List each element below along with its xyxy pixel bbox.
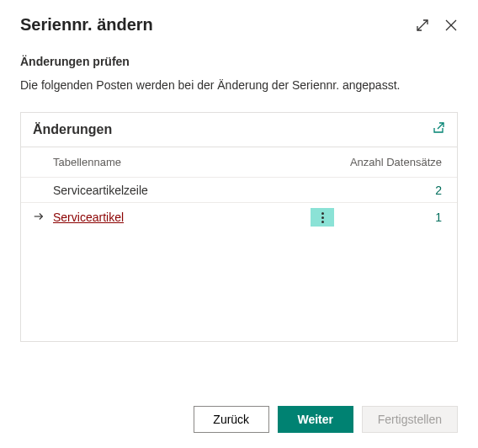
panel-title: Änderungen	[33, 122, 112, 137]
next-button[interactable]: Weiter	[278, 406, 353, 433]
expand-icon[interactable]	[416, 19, 429, 32]
cell-count[interactable]: 1	[336, 211, 445, 224]
finish-button: Fertigstellen	[362, 406, 458, 433]
dialog-title: Seriennr. ändern	[20, 15, 153, 35]
table-row[interactable]: Serviceartikelzeile 2	[21, 177, 457, 202]
table-header-row: Tabellenname Anzahl Datensätze	[21, 147, 457, 177]
description: Die folgenden Posten werden bei der Ände…	[20, 78, 458, 92]
row-menu-button[interactable]	[311, 208, 334, 227]
subtitle: Änderungen prüfen	[20, 55, 458, 68]
share-icon[interactable]	[432, 121, 445, 138]
changes-panel: Änderungen Tabellenname Anzahl Datensätz…	[20, 112, 458, 342]
column-header-name[interactable]: Tabellenname	[53, 156, 309, 168]
column-header-count[interactable]: Anzahl Datensätze	[336, 156, 445, 168]
table-row[interactable]: Serviceartikel 1	[21, 202, 457, 232]
cell-name: Serviceartikelzeile	[53, 184, 309, 197]
more-vertical-icon	[321, 212, 324, 223]
cell-count[interactable]: 2	[336, 184, 445, 197]
back-button[interactable]: Zurück	[194, 406, 269, 433]
arrow-right-icon	[33, 211, 45, 222]
cell-name-link[interactable]: Serviceartikel	[53, 211, 124, 224]
close-icon[interactable]	[444, 19, 458, 32]
